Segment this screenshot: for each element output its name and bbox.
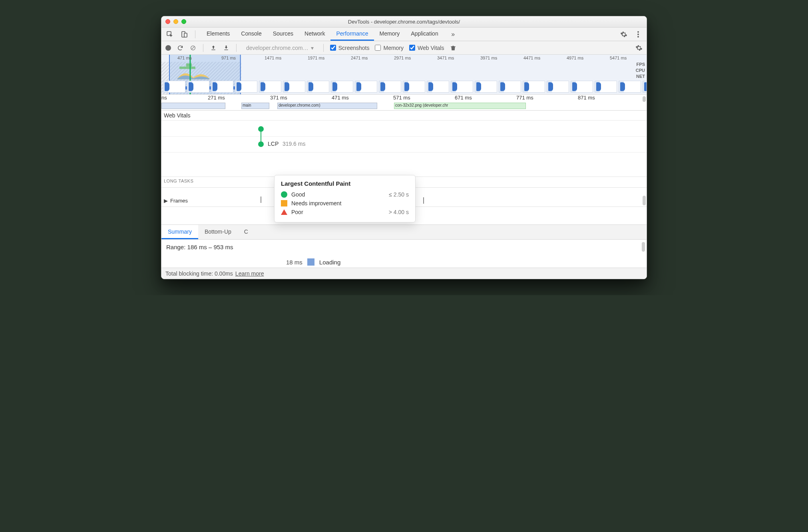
svg-point-5 xyxy=(637,36,639,38)
gc-trash-icon[interactable] xyxy=(450,44,457,52)
needs-swatch-icon xyxy=(281,200,287,206)
device-toolbar-icon[interactable] xyxy=(179,29,189,40)
tooltip-good-value: ≤ 2.50 s xyxy=(389,191,409,198)
record-button[interactable] xyxy=(165,45,171,51)
overview-tick: 1971 ms xyxy=(308,56,324,60)
web-vitals-area[interactable]: LCP 319.6 ms Largest Contentful Paint Go… xyxy=(161,121,647,224)
lcp-label: LCP 319.6 ms xyxy=(268,141,305,147)
memory-checkbox-input[interactable] xyxy=(375,45,381,51)
filmstrip-thumb[interactable] xyxy=(259,81,281,93)
profile-dropdown-label: developer.chrome.com… xyxy=(246,45,308,51)
network-bar-dev[interactable]: developer.chrome.com) xyxy=(277,103,377,109)
overflow-tabs-icon[interactable]: » xyxy=(448,29,458,40)
kebab-menu-icon[interactable] xyxy=(633,29,643,40)
filmstrip-thumb[interactable] xyxy=(475,81,497,93)
summary-scroll-thumb[interactable] xyxy=(642,242,645,252)
reload-record-icon[interactable] xyxy=(177,44,184,52)
toolbar-sep-2 xyxy=(236,44,237,52)
tab-truncated[interactable]: C xyxy=(238,225,255,239)
wv-dashed-line xyxy=(261,132,261,137)
overview-ruler[interactable]: FPS CPU NET 471 ms 971 ms 1471 ms 1971 m… xyxy=(161,55,647,95)
wv-scroll-thumb[interactable] xyxy=(643,196,646,205)
filmstrip-thumb[interactable] xyxy=(619,81,641,93)
network-bar-main[interactable]: main xyxy=(241,103,269,109)
summary-tabstrip: Summary Bottom-Up C xyxy=(161,224,647,240)
tab-sources[interactable]: Sources xyxy=(267,28,299,41)
toolbar-sep-1 xyxy=(203,44,203,52)
filmstrip-thumb[interactable] xyxy=(571,81,593,93)
tab-network[interactable]: Network xyxy=(299,28,330,41)
filmstrip-thumb[interactable] xyxy=(643,81,647,93)
overview-tick: 4471 ms xyxy=(523,56,540,60)
learn-more-link[interactable]: Learn more xyxy=(235,270,264,277)
filmstrip-thumb[interactable] xyxy=(211,81,233,93)
tooltip-title: Largest Contentful Paint xyxy=(281,180,409,187)
tab-memory[interactable]: Memory xyxy=(374,28,406,41)
clear-icon[interactable] xyxy=(189,44,197,52)
network-bar-png[interactable]: con-32x32.png (developer.chr xyxy=(394,103,526,109)
triangle-right-icon: ▶ xyxy=(164,198,168,204)
screenshots-checkbox[interactable]: Screenshots xyxy=(330,45,370,51)
panel-tabstrip: Elements Console Sources Network Perform… xyxy=(161,28,647,41)
lane-fps: FPS xyxy=(636,62,645,67)
tooltip-needs-label: Needs improvement xyxy=(291,200,341,206)
flame-tick: 871 ms xyxy=(578,95,595,101)
filmstrip-thumb[interactable] xyxy=(499,81,521,93)
flame-scroll-thumb[interactable] xyxy=(643,96,646,102)
maximize-window-button[interactable] xyxy=(181,19,186,24)
flame-tick: 671 ms xyxy=(455,95,472,101)
filmstrip-thumb[interactable] xyxy=(187,81,209,93)
minimize-window-button[interactable] xyxy=(173,19,178,24)
devtools-window: DevTools - developer.chrome.com/tags/dev… xyxy=(161,16,647,279)
profile-dropdown[interactable]: developer.chrome.com… ▾ xyxy=(243,44,317,52)
tab-application[interactable]: Application xyxy=(405,28,444,41)
overview-tick: 1471 ms xyxy=(265,56,281,60)
good-swatch-icon xyxy=(281,191,287,198)
overview-tick: 4971 ms xyxy=(567,56,583,60)
close-window-button[interactable] xyxy=(165,19,170,24)
tab-console[interactable]: Console xyxy=(235,28,267,41)
flamechart-ruler[interactable]: ns 271 ms 371 ms 471 ms 571 ms 671 ms 77… xyxy=(161,95,647,111)
filmstrip-thumb[interactable] xyxy=(595,81,617,93)
screenshot-filmstrip[interactable] xyxy=(161,81,647,94)
memory-checkbox-label: Memory xyxy=(383,45,404,51)
screenshots-checkbox-input[interactable] xyxy=(330,45,336,51)
web-vitals-checkbox-input[interactable] xyxy=(409,45,415,51)
load-profile-icon[interactable] xyxy=(210,44,217,52)
flame-tick: 571 ms xyxy=(393,95,410,101)
tab-summary[interactable]: Summary xyxy=(161,225,198,239)
settings-gear-icon[interactable] xyxy=(619,29,629,40)
lcp-name: LCP xyxy=(268,141,279,147)
status-bar: Total blocking time: 0.00ms Learn more xyxy=(161,268,647,279)
filmstrip-thumb[interactable] xyxy=(163,81,185,93)
memory-checkbox[interactable]: Memory xyxy=(375,45,404,51)
svg-point-4 xyxy=(637,34,639,35)
filmstrip-thumb[interactable] xyxy=(451,81,473,93)
save-profile-icon[interactable] xyxy=(223,44,230,52)
filmstrip-thumb[interactable] xyxy=(355,81,377,93)
svg-rect-16 xyxy=(186,64,192,67)
filmstrip-thumb[interactable] xyxy=(307,81,329,93)
filmstrip-thumb[interactable] xyxy=(235,81,257,93)
web-vitals-checkbox[interactable]: Web Vitals xyxy=(409,45,444,51)
overview-tick: 3971 ms xyxy=(480,56,497,60)
filmstrip-thumb[interactable] xyxy=(427,81,449,93)
status-tbt-text: Total blocking time: 0.00ms xyxy=(165,270,233,277)
network-bar[interactable] xyxy=(161,103,225,109)
filmstrip-thumb[interactable] xyxy=(379,81,401,93)
tab-bottom-up[interactable]: Bottom-Up xyxy=(198,225,238,239)
flame-tick: 471 ms xyxy=(332,95,349,101)
filmstrip-thumb[interactable] xyxy=(403,81,425,93)
tooltip-row-needs: Needs improvement xyxy=(281,199,409,208)
filmstrip-thumb[interactable] xyxy=(331,81,353,93)
filmstrip-thumb[interactable] xyxy=(547,81,569,93)
wv-dashed-line xyxy=(261,137,261,141)
legend-label: Loading xyxy=(319,259,340,266)
inspect-element-icon[interactable] xyxy=(165,29,175,40)
svg-rect-7 xyxy=(211,50,215,50)
tab-elements[interactable]: Elements xyxy=(201,28,235,41)
filmstrip-thumb[interactable] xyxy=(523,81,545,93)
capture-settings-gear-icon[interactable] xyxy=(635,44,643,52)
filmstrip-thumb[interactable] xyxy=(283,81,305,93)
tab-performance[interactable]: Performance xyxy=(330,28,374,41)
